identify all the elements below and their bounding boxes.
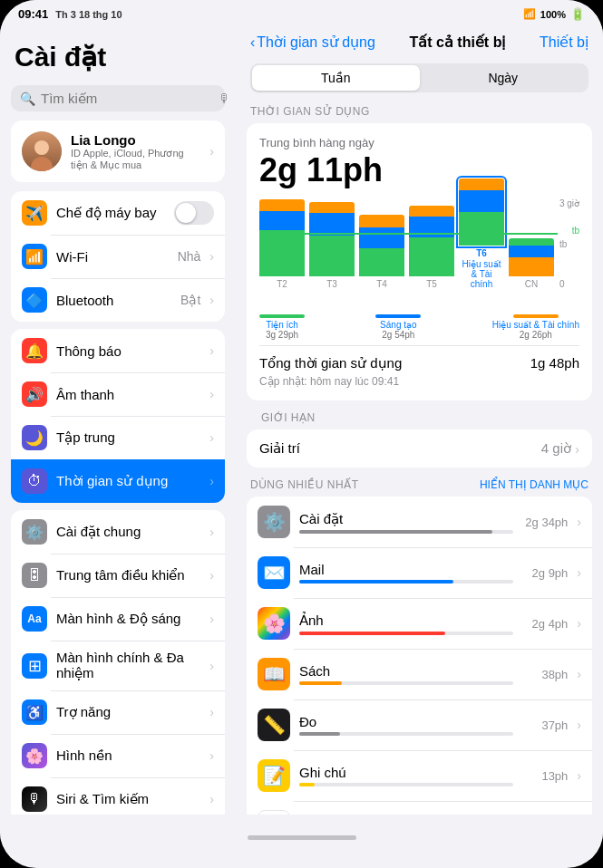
show-categories-button[interactable]: HIỂN THỊ DANH MỤC (480, 478, 588, 491)
bar-cn: CN (509, 238, 554, 289)
sidebar-item-display[interactable]: Aa Màn hình & Độ sáng › (11, 597, 225, 641)
app-item-books[interactable]: 📖 Sách 38ph › (247, 649, 592, 699)
sidebar-item-bluetooth[interactable]: 🔷 Bluetooth Bật › (11, 278, 225, 322)
app-item-calendar[interactable]: 📅 Lịch 2ph › (247, 801, 592, 815)
flight-mode-label: Chế độ máy bay (56, 205, 165, 221)
cat-name-tien-ich: Tiện ích (266, 320, 298, 330)
nav-back-button[interactable]: ‹ Thời gian sử dụng (250, 34, 375, 51)
app-icon-measure: 📏 (258, 709, 290, 741)
app-info-books: Sách (299, 663, 513, 685)
bar-day-t4: T4 (376, 279, 387, 289)
chevron-right-icon: › (209, 144, 214, 159)
flight-mode-toggle[interactable] (174, 201, 214, 225)
sidebar-item-control-center[interactable]: 🎛 Trung tâm điều khiển › (11, 554, 225, 597)
bar-time-t6: Hiệu suất & Tài chính (459, 259, 504, 289)
y-label-mid: tb (559, 239, 579, 249)
app-item-notes[interactable]: 📝 Ghi chú 13ph › (247, 750, 592, 801)
home-indicator[interactable] (0, 815, 603, 860)
wifi-settings-icon: 📶 (22, 244, 47, 269)
sidebar-item-wallpaper[interactable]: 🌸 Hình nền › (11, 734, 225, 777)
sidebar-item-flight-mode[interactable]: ✈️ Chế độ máy bay (11, 191, 225, 235)
battery-percent: 100% (540, 9, 566, 20)
wallpaper-label: Hình nền (56, 747, 200, 764)
focus-label: Tập trung (56, 429, 200, 446)
y-label-top: 3 giờ (559, 198, 579, 208)
app-item-settings[interactable]: ⚙️ Cài đặt 2g 34ph › (247, 497, 592, 547)
notifications-icon: 🔔 (22, 338, 47, 363)
siri-icon: 🎙 (22, 786, 47, 812)
wallpaper-chevron: › (209, 748, 214, 763)
most-used-header: DÙNG NHIỀU NHẤT HIỂN THỊ DANH MỤC (236, 478, 603, 497)
total-value: 1g 48ph (530, 355, 579, 371)
account-sub: ID Apple, iCloud, Phương tiện & Mục mua (71, 148, 200, 171)
account-card[interactable]: Lia Longo ID Apple, iCloud, Phương tiện … (11, 121, 225, 182)
cat-hieu-suat: Hiệu suất & Tài chính 2g 26ph (492, 314, 579, 340)
content-nav: ‹ Thời gian sử dụng Tất cả thiết bị Thiế… (236, 24, 603, 60)
sidebar-item-home-screen[interactable]: ⊞ Màn hình chính & Đa nhiệm › (11, 641, 225, 690)
app-icon-photos: 🌸 (258, 607, 290, 640)
section-label-screen-time: THỜI GIAN SỬ DỤNG (236, 105, 603, 123)
screen-time-icon: ⏱ (22, 468, 47, 494)
total-row: Tổng thời gian sử dụng 1g 48ph (259, 345, 579, 373)
general-label: Cài đặt chung (56, 524, 200, 540)
status-time: 09:41 (18, 7, 48, 21)
cat-sang-tao: Sáng tạo 2g 54ph (375, 314, 421, 340)
search-bar[interactable]: 🔍 🎙 (11, 85, 225, 111)
limit-item-value: 4 giờ › (541, 440, 579, 457)
app-time-measure: 37ph (522, 719, 568, 732)
app-bar-mail (299, 580, 453, 583)
notifications-label: Thông báo (56, 343, 200, 359)
app-name-notes: Ghi chú (299, 765, 513, 780)
sidebar-item-screen-time[interactable]: ⏱ Thời gian sử dụng › (11, 459, 225, 503)
app-item-measure[interactable]: 📏 Đo 37ph › (247, 699, 592, 750)
app-time-books: 38ph (522, 668, 568, 681)
nav-action-button[interactable]: Thiết bị (540, 34, 588, 51)
cat-tien-ich: Tiện ích 3g 29ph (259, 314, 305, 340)
sidebar-item-accessibility[interactable]: ♿ Trợ năng › (11, 690, 225, 734)
segment-week[interactable]: Tuần (252, 65, 420, 91)
limit-card[interactable]: Giải trí 4 giờ › (247, 429, 592, 468)
sidebar-item-sound[interactable]: 🔊 Âm thanh › (11, 372, 225, 416)
sidebar-item-general[interactable]: ⚙️ Cài đặt chung › (11, 510, 225, 554)
sidebar-group-system: 🔔 Thông báo › 🔊 Âm thanh › 🌙 Tập trung ›… (11, 329, 225, 503)
segment-day[interactable]: Ngày (420, 65, 588, 91)
control-center-label: Trung tâm điều khiển (56, 567, 200, 583)
big-time-display: 2g 11ph (259, 151, 579, 189)
cat-name-sang-tao: Sáng tạo (380, 320, 416, 330)
wifi-label: Wi-Fi (56, 249, 169, 265)
status-icons: 📶 100% 🔋 (523, 7, 585, 21)
app-name-mail: Mail (299, 562, 513, 577)
sound-icon: 🔊 (22, 381, 47, 407)
app-info-measure: Đo (299, 714, 513, 736)
settings-chevron: › (577, 515, 581, 529)
app-time-notes: 13ph (522, 769, 568, 783)
nav-back-label: Thời gian sử dụng (257, 34, 375, 51)
siri-label: Siri & Tìm kiếm (56, 791, 200, 807)
app-item-mail[interactable]: ✉️ Mail 2g 9ph › (247, 547, 592, 598)
sidebar-item-notifications[interactable]: 🔔 Thông báo › (11, 329, 225, 372)
siri-chevron: › (209, 792, 214, 806)
control-center-icon: 🎛 (22, 563, 47, 588)
bar-t5: T5 (409, 206, 454, 289)
app-icon-calendar: 📅 (258, 810, 290, 815)
search-input[interactable] (41, 91, 213, 106)
app-info-settings: Cài đặt (299, 511, 513, 534)
notifications-chevron: › (209, 343, 214, 358)
sidebar: Cài đặt 🔍 🎙 Lia Longo ID (0, 24, 236, 815)
mail-chevron: › (577, 565, 581, 580)
sidebar-item-wifi[interactable]: 📶 Wi-Fi Nhà › (11, 235, 225, 278)
limit-section: GIỚI HẠN Giải trí 4 giờ › (247, 411, 592, 468)
wallpaper-icon: 🌸 (22, 743, 47, 768)
app-icon-mail: ✉️ (258, 556, 290, 589)
app-bar-books (299, 681, 342, 685)
app-list: ⚙️ Cài đặt 2g 34ph › ✉️ Mail 2g 9ph (247, 497, 592, 815)
flight-mode-icon: ✈️ (22, 200, 47, 226)
app-item-photos[interactable]: 🌸 Ảnh 2g 4ph › (247, 598, 592, 649)
sidebar-item-focus[interactable]: 🌙 Tập trung › (11, 416, 225, 459)
account-info: Lia Longo ID Apple, iCloud, Phương tiện … (71, 132, 200, 171)
sidebar-item-siri[interactable]: 🎙 Siri & Tìm kiếm › (11, 777, 225, 815)
screen-time-label: Thời gian sử dụng (56, 473, 200, 489)
time-card: Trung bình hàng ngày 2g 11ph tb (247, 123, 592, 400)
bluetooth-value: Bật (180, 293, 200, 307)
accessibility-chevron: › (209, 705, 214, 719)
